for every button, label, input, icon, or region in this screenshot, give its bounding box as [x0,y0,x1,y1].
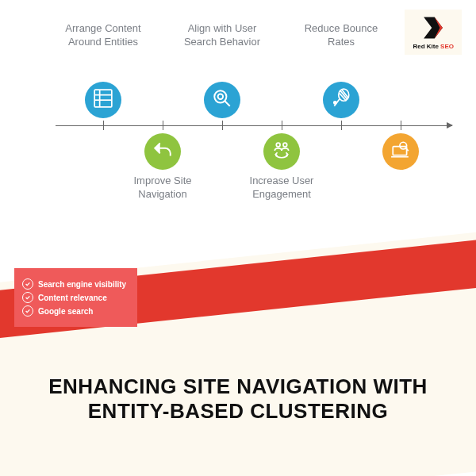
main-headline: ENHANCING SITE NAVIGATION WITH ENTITY-BA… [0,374,476,424]
timeline-tick [341,121,342,130]
timeline-tick [282,121,282,130]
feature-badges: Search engine visibility Content relevan… [14,268,137,327]
laptop-search-icon [390,140,411,163]
feature-badge-label: Search engine visibility [38,280,126,289]
check-icon [22,305,33,317]
timeline-tick [222,121,223,130]
racket-icon [331,88,351,112]
timeline-tick [103,121,104,130]
timeline-tick [163,121,163,130]
feature-badge-label: Content relevance [38,294,107,302]
magnify-icon [212,88,232,112]
check-icon [22,278,33,290]
grid-icon [93,88,113,112]
feature-badge: Search engine visibility [22,278,126,290]
people-cycle-icon [271,140,292,163]
timeline-node [144,133,181,170]
svg-rect-0 [94,90,112,107]
feature-badge: Google search [22,305,126,317]
svg-point-4 [214,90,226,102]
timeline-node [263,133,300,170]
timeline-node [323,82,359,118]
timeline-node [382,133,419,170]
svg-point-17 [400,142,407,149]
svg-point-14 [334,102,336,104]
svg-line-5 [225,101,230,106]
timeline-node-label: Reduce Bounce Rates [294,22,389,49]
timeline-node [85,82,121,118]
feature-badge-label: Google search [38,307,93,316]
timeline-node-label: Improve Site Navigation [115,175,210,202]
svg-point-6 [218,94,224,100]
timeline-node [204,82,240,118]
timeline: Arrange Content Around EntitiesImprove S… [56,22,452,228]
timeline-node-label: Arrange Content Around Entities [56,22,151,49]
back-arrow-icon [152,140,173,163]
timeline-axis [56,125,452,126]
svg-point-8 [283,143,287,147]
feature-badge: Content relevance [22,292,126,303]
svg-point-7 [276,143,280,147]
check-icon [22,292,33,303]
timeline-node-label: Align with User Search Behavior [175,22,270,49]
timeline-node-label: Increase User Engagement [234,175,329,202]
timeline-tick [401,121,401,130]
